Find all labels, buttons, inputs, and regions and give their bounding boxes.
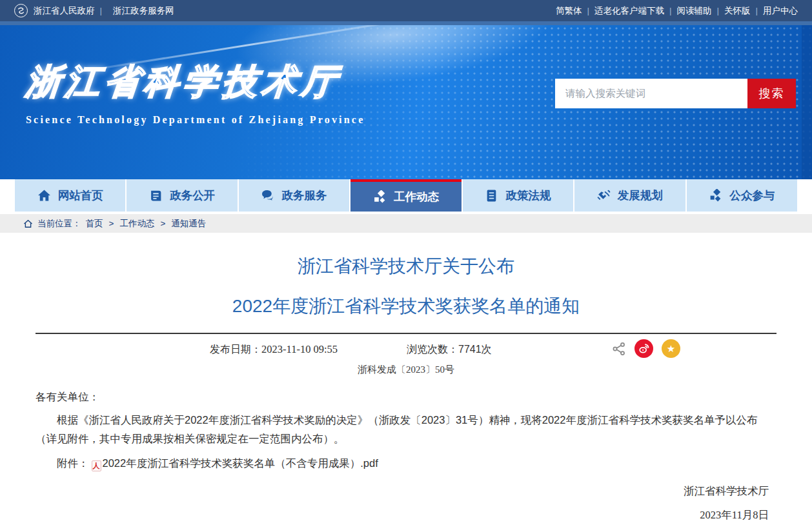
search-input[interactable] xyxy=(555,79,747,108)
search-box: 搜索 xyxy=(555,79,796,108)
nav-tab-label: 网站首页 xyxy=(58,188,103,203)
banner-right-edge xyxy=(802,25,812,179)
nav-tab-label: 政策法规 xyxy=(505,188,551,203)
share-icon[interactable] xyxy=(612,342,626,356)
law-icon xyxy=(485,189,498,202)
publish-date: 发布日期：2023-11-10 09:55 xyxy=(210,343,338,357)
link-care-version[interactable]: 关怀版 xyxy=(724,5,763,17)
breadcrumb-label: 当前位置： xyxy=(37,218,81,230)
article: 浙江省科学技术厅关于公布 2022年度浙江省科学技术奖获奖名单的通知 发布日期：… xyxy=(0,254,812,522)
home-icon xyxy=(37,189,51,202)
article-title-line2: 2022年度浙江省科学技术奖获奖名单的通知 xyxy=(36,294,776,319)
link-zhejiang-service[interactable]: 浙江政务服务网 xyxy=(113,5,174,17)
link-reading-assist[interactable]: 阅读辅助 xyxy=(676,5,724,17)
nav-tab-work-news[interactable]: 工作动态 xyxy=(350,179,461,212)
handshake-icon xyxy=(597,189,611,202)
shapes-icon xyxy=(373,190,387,204)
signature-block: 浙江省科学技术厅 2023年11月8日 xyxy=(36,484,776,522)
topbar-right: 简繁体 适老化客户端下载 阅读辅助 关怀版 用户中心 xyxy=(556,5,798,17)
share-buttons: ★ xyxy=(612,339,680,358)
publish-date-label: 发布日期： xyxy=(210,344,261,355)
article-meta: 发布日期：2023-11-10 09:55 浏览次数：7741次 ★ xyxy=(36,334,776,364)
site-title-english: Science Technology Department of Zhejian… xyxy=(26,114,365,126)
link-elderly-client-download[interactable]: 适老化客户端下载 xyxy=(594,5,677,17)
attachment-label: 附件： xyxy=(57,457,89,469)
nav-tab-label: 工作动态 xyxy=(394,189,439,204)
pdf-icon: 人 xyxy=(92,460,101,471)
link-simplified-traditional[interactable]: 简繁体 xyxy=(556,5,594,17)
body-paragraph: 根据《浙江省人民政府关于2022年度浙江省科学技术奖励的决定》（浙政发〔2023… xyxy=(36,411,776,448)
zhejiang-gov-logo-icon xyxy=(14,4,28,17)
breadcrumb-separator: > xyxy=(160,219,165,228)
attachment-link[interactable]: 2022年度浙江省科学技术奖获奖名单（不含专用成果）.pdf xyxy=(103,457,378,469)
article-body: 各有关单位： 根据《浙江省人民政府关于2022年度浙江省科学技术奖励的决定》（浙… xyxy=(36,388,776,473)
topbar-left: 浙江省人民政府 浙江政务服务网 xyxy=(14,4,174,17)
view-count-value: 7741次 xyxy=(458,344,492,355)
nav-tab-development-plan[interactable]: 发展规划 xyxy=(574,179,685,212)
signature-date: 2023年11月8日 xyxy=(36,508,769,522)
document-icon xyxy=(149,189,163,202)
top-utility-bar: 浙江省人民政府 浙江政务服务网 简繁体 适老化客户端下载 阅读辅助 关怀版 用户… xyxy=(0,0,812,21)
nav-tab-services[interactable]: 政务服务 xyxy=(239,179,349,212)
link-user-center[interactable]: 用户中心 xyxy=(763,5,798,17)
nav-tab-policies[interactable]: 政策法规 xyxy=(463,179,573,212)
breadcrumb-work-news[interactable]: 工作动态 xyxy=(119,218,154,230)
nav-tab-public-affairs[interactable]: 政务公开 xyxy=(127,179,237,212)
search-button[interactable]: 搜索 xyxy=(747,79,796,108)
document-number: 浙科发成〔2023〕50号 xyxy=(36,364,776,376)
site-banner: 浙江省科学技术厅 Science Technology Department o… xyxy=(0,21,812,179)
view-count-label: 浏览次数： xyxy=(407,344,458,355)
weibo-share-icon[interactable] xyxy=(634,339,653,358)
main-navigation: 网站首页 政务公开 政务服务 工作动态 政策法规 xyxy=(0,179,812,212)
chat-icon xyxy=(261,189,275,202)
attachment-row: 附件：人2022年度浙江省科学技术奖获奖名单（不含专用成果）.pdf xyxy=(36,454,776,473)
nav-tab-home[interactable]: 网站首页 xyxy=(15,179,125,212)
home-outline-icon xyxy=(23,219,33,228)
article-title-line1: 浙江省科学技术厅关于公布 xyxy=(36,254,776,279)
nav-tab-label: 政务服务 xyxy=(282,188,327,203)
signature-organization: 浙江省科学技术厅 xyxy=(36,484,769,498)
participation-icon xyxy=(709,189,722,202)
nav-tab-label: 发展规划 xyxy=(618,188,663,203)
salutation: 各有关单位： xyxy=(36,388,776,406)
nav-tab-label: 政务公开 xyxy=(170,188,215,203)
link-zhejiang-gov[interactable]: 浙江省人民政府 xyxy=(34,5,107,17)
breadcrumb-notices[interactable]: 通知通告 xyxy=(171,218,206,230)
nav-tab-label: 公众参与 xyxy=(729,188,775,203)
publish-date-value: 2023-11-10 09:55 xyxy=(261,343,338,355)
view-count: 浏览次数：7741次 xyxy=(407,343,492,357)
nav-tab-public-participation[interactable]: 公众参与 xyxy=(687,179,797,212)
breadcrumb-home[interactable]: 首页 xyxy=(86,218,103,230)
site-title: 浙江省科学技术厅 xyxy=(24,59,343,106)
qzone-share-icon[interactable]: ★ xyxy=(662,339,680,358)
breadcrumb: 当前位置： 首页> 工作动态> 通知通告 xyxy=(0,214,812,233)
breadcrumb-separator: > xyxy=(109,219,114,228)
